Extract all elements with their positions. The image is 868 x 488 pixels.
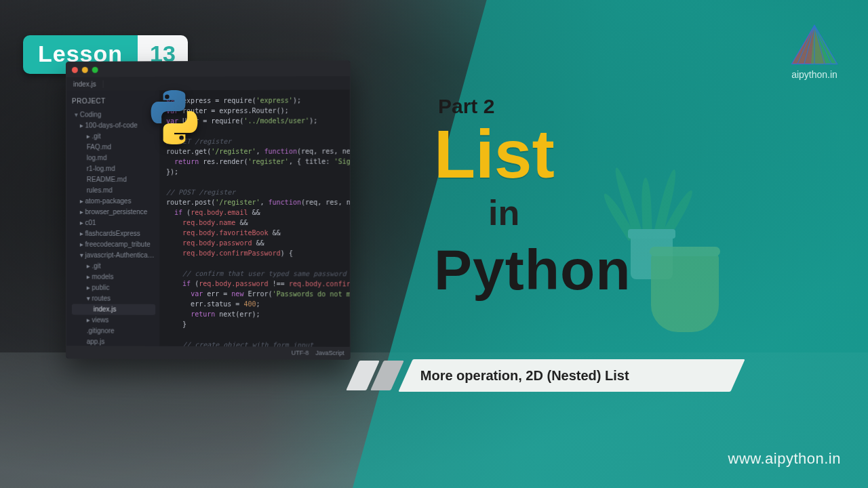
tree-folder: ▸ .git <box>72 131 155 142</box>
tree-root: ▾Coding <box>72 109 155 120</box>
tree-folder: ▸ freecodecamp_tribute <box>72 239 155 250</box>
tree-file: rules.md <box>72 185 155 196</box>
subtitle-banner: More operation, 2D (Nested) List <box>353 359 738 392</box>
editor-tab: index.js <box>66 80 103 87</box>
tree-folder: ▸ c01 <box>72 218 155 228</box>
status-encoding: UTF-8 <box>292 349 309 356</box>
slide-stage: Lesson 13 index.js Project ▾Coding ▸ 100… <box>0 0 868 488</box>
tree-folder: ▸ public <box>72 283 155 293</box>
chevron-decoration-icon <box>353 359 397 392</box>
tree-folder: ▸ flashcardsExpress <box>72 228 155 239</box>
tree-file: log.md <box>72 152 155 163</box>
code-editor-mock: index.js Project ▾Coding ▸ 100-days-of-c… <box>66 60 351 360</box>
tree-file: README.md <box>72 174 155 185</box>
brand-text: aipython.in <box>791 69 838 80</box>
tree-file: .gitignore <box>72 325 155 336</box>
tree-file: r1-log.md <box>72 163 155 174</box>
editor-tabs: index.js <box>66 76 350 91</box>
subtitle-text: More operation, 2D (Nested) List <box>420 368 629 384</box>
tree-header: Project <box>72 96 155 106</box>
title-part: Part 2 <box>438 95 631 118</box>
tree-folder: ▾ routes <box>72 293 155 304</box>
tree-folder: ▸ views <box>72 314 155 325</box>
tree-folder: ▸ browser_persistence <box>72 207 155 218</box>
tree-file: FAQ.md <box>72 142 155 152</box>
editor-window-controls <box>66 61 350 77</box>
tree-folder: ▸ models <box>72 272 155 283</box>
tree-folder: ▸ .git <box>72 261 155 272</box>
brand-block: aipython.in <box>791 24 838 80</box>
footer-url: www.aipython.in <box>728 450 841 468</box>
editor-status-bar: UTF-8 JavaScript <box>66 346 350 359</box>
status-lang: JavaScript <box>315 350 344 357</box>
svg-marker-2 <box>811 26 837 64</box>
subtitle-bar: More operation, 2D (Nested) List <box>398 359 745 392</box>
tree-file: app.js <box>72 336 155 346</box>
title-line3: Python <box>434 237 631 303</box>
tree-folder: ▸ 100-days-of-code <box>72 120 155 131</box>
tree-file: index.js <box>72 304 155 314</box>
tree-folder: ▸ atom-packages <box>72 196 155 207</box>
title-line1: List <box>434 119 631 188</box>
title-line2: in <box>488 192 631 233</box>
python-logo-icon <box>144 87 205 148</box>
tree-folder: ▾ javascript-Authentication <box>72 250 155 261</box>
brand-triangle-icon <box>791 24 838 66</box>
title-block: Part 2 List in Python <box>434 95 631 303</box>
